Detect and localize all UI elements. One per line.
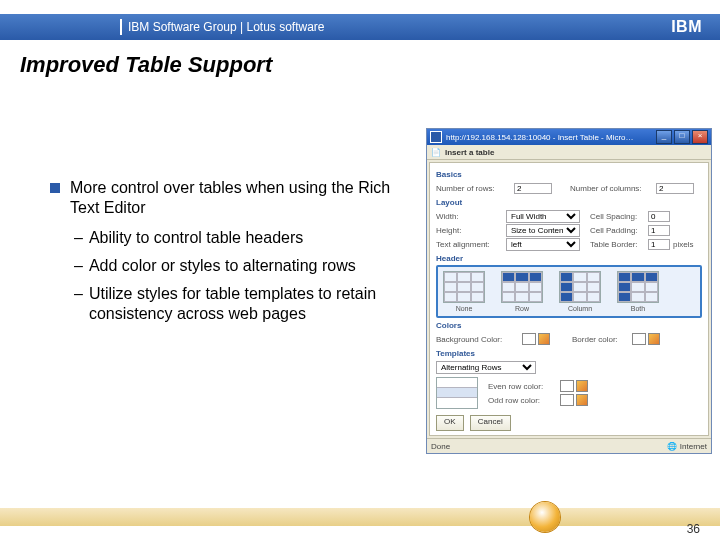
status-zone: Internet xyxy=(680,442,707,451)
bullet-text: Add color or styles to alternating rows xyxy=(89,256,356,276)
align-label: Text alignment: xyxy=(436,240,506,249)
spacing-label: Cell Spacing: xyxy=(590,212,648,221)
bullet-list: More control over tables when using the … xyxy=(50,178,410,332)
bullet-level1: More control over tables when using the … xyxy=(50,178,410,218)
dialog-title: Insert a table xyxy=(445,148,494,157)
bullet-text: Utilize styles for table templates to re… xyxy=(89,284,410,324)
padding-input[interactable] xyxy=(648,225,670,236)
header-option-column[interactable]: Column xyxy=(556,271,604,312)
odd-row-swatch xyxy=(560,394,574,406)
dash-marker: – xyxy=(74,284,83,324)
width-label: Width: xyxy=(436,212,506,221)
bordercolor-label: Border color: xyxy=(572,335,632,344)
section-colors: Colors xyxy=(436,321,702,330)
ok-button[interactable]: OK xyxy=(436,415,464,431)
section-templates: Templates xyxy=(436,349,702,358)
close-button[interactable]: × xyxy=(692,130,708,144)
border-unit: pixels xyxy=(673,240,693,249)
bordercolor-picker-icon[interactable] xyxy=(648,333,660,345)
insert-table-dialog: http://192.168.154.128:10040 - Insert Ta… xyxy=(426,128,712,454)
cols-input[interactable] xyxy=(656,183,694,194)
bullet-marker xyxy=(50,183,60,193)
padding-label: Cell Padding: xyxy=(590,226,648,235)
bullet-text: Ability to control table headers xyxy=(89,228,303,248)
even-row-label: Even row color: xyxy=(488,382,560,391)
template-preview xyxy=(436,377,478,409)
even-row-swatch xyxy=(560,380,574,392)
align-select[interactable]: left xyxy=(506,238,580,251)
dash-marker: – xyxy=(74,256,83,276)
globe-icon: 🌐 xyxy=(667,442,677,451)
bullet-level2: – Utilize styles for table templates to … xyxy=(74,284,410,324)
page-title: Improved Table Support xyxy=(20,52,272,78)
header-option-both[interactable]: Both xyxy=(614,271,662,312)
ibm-logo: IBM xyxy=(671,18,702,36)
status-bar: Done 🌐 Internet xyxy=(427,438,711,453)
ie-icon xyxy=(430,131,442,143)
footer-globe-icon xyxy=(530,502,560,532)
minimize-button[interactable]: _ xyxy=(656,130,672,144)
dialog-url: http://192.168.154.128:10040 - Insert Ta… xyxy=(446,133,634,142)
bgcolor-picker-icon[interactable] xyxy=(538,333,550,345)
cols-label: Number of columns: xyxy=(570,184,656,193)
page-icon: 📄 xyxy=(431,148,441,157)
odd-row-label: Odd row color: xyxy=(488,396,560,405)
bordercolor-swatch xyxy=(632,333,646,345)
rows-label: Number of rows: xyxy=(436,184,514,193)
dialog-body: Basics Number of rows: Number of columns… xyxy=(429,162,709,436)
page-number: 36 xyxy=(687,522,700,536)
height-label: Height: xyxy=(436,226,506,235)
section-layout: Layout xyxy=(436,198,702,207)
bullet-level2: – Ability to control table headers xyxy=(74,228,410,248)
slide-footer xyxy=(0,508,720,526)
rows-input[interactable] xyxy=(514,183,552,194)
dialog-titlebar[interactable]: http://192.168.154.128:10040 - Insert Ta… xyxy=(427,129,711,145)
bgcolor-swatch xyxy=(522,333,536,345)
dash-marker: – xyxy=(74,228,83,248)
maximize-button[interactable]: □ xyxy=(674,130,690,144)
header-title: IBM Software Group | Lotus software xyxy=(128,20,671,34)
status-done: Done xyxy=(431,442,450,451)
bullet-level2: – Add color or styles to alternating row… xyxy=(74,256,410,276)
dialog-chrome: 📄 Insert a table xyxy=(427,145,711,160)
section-header: Header xyxy=(436,254,702,263)
header-option-row[interactable]: Row xyxy=(498,271,546,312)
border-input[interactable] xyxy=(648,239,670,250)
border-label: Table Border: xyxy=(590,240,648,249)
bgcolor-label: Background Color: xyxy=(436,335,522,344)
cancel-button[interactable]: Cancel xyxy=(470,415,511,431)
width-select[interactable]: Full Width xyxy=(506,210,580,223)
header-options: None Row Column Both xyxy=(436,265,702,318)
header-option-none[interactable]: None xyxy=(440,271,488,312)
template-select[interactable]: Alternating Rows xyxy=(436,361,536,374)
header-divider xyxy=(120,19,122,35)
height-select[interactable]: Size to Content xyxy=(506,224,580,237)
bullet-text: More control over tables when using the … xyxy=(70,178,410,218)
slide-header: IBM Software Group | Lotus software IBM xyxy=(0,14,720,40)
section-basics: Basics xyxy=(436,170,702,179)
spacing-input[interactable] xyxy=(648,211,670,222)
even-row-picker-icon[interactable] xyxy=(576,380,588,392)
odd-row-picker-icon[interactable] xyxy=(576,394,588,406)
